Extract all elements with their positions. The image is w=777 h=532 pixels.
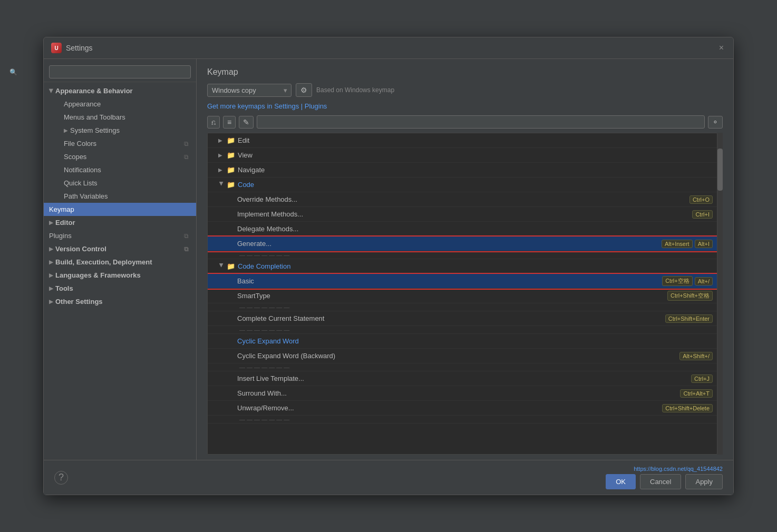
- tree-row-code[interactable]: ▶ 📁 Code: [208, 178, 717, 192]
- tree-row[interactable]: Surround With... Ctrl+Alt+T: [208, 386, 717, 401]
- sidebar-item-appearance-behavior[interactable]: ▶ Appearance & Behavior: [44, 84, 196, 97]
- arrow-icon: ▶: [64, 127, 68, 133]
- shortcut-badge: Alt+Shift+/: [679, 352, 713, 360]
- sidebar-item-path-variables[interactable]: Path Variables: [59, 190, 196, 203]
- separator: — — — — — — —: [208, 416, 717, 423]
- folder-icon: 📁: [227, 262, 235, 270]
- separator: — — — — — — —: [208, 326, 717, 334]
- keymap-toolbar: Windows copy ⚙ Based on Windows keymap: [207, 83, 723, 97]
- sidebar-item-system-settings[interactable]: ▶ System Settings: [59, 124, 196, 137]
- tree-label: Edit: [238, 136, 713, 144]
- tree-row[interactable]: Implement Methods... Ctrl+I: [208, 207, 717, 222]
- arrow-icon: ▶: [49, 246, 53, 252]
- sidebar-item-menus-toolbars[interactable]: Menus and Toolbars: [59, 111, 196, 124]
- tree-row-code-completion[interactable]: ▶ 📁 Code Completion: [208, 259, 717, 274]
- gear-button[interactable]: ⚙: [296, 83, 312, 97]
- arrow-icon: ▶: [219, 182, 225, 188]
- tree-row[interactable]: ▶ 📁 View: [208, 148, 717, 163]
- separator: — — — — — — —: [208, 363, 717, 371]
- tree-row[interactable]: Insert Live Template... Ctrl+J: [208, 371, 717, 386]
- shortcut-badge: Ctrl+O: [689, 195, 713, 204]
- footer-right: https://blog.csdn.net/qq_41544842 OK Can…: [606, 466, 723, 489]
- titlebar: U Settings ×: [44, 37, 733, 59]
- keymap-based-label: Based on Windows keymap: [316, 86, 394, 94]
- tree-label: Cyclic Expand Word (Backward): [237, 352, 677, 360]
- tree-row[interactable]: ▶ 📁 Edit: [208, 133, 717, 148]
- close-button[interactable]: ×: [717, 43, 726, 53]
- folder-icon: 📁: [227, 181, 235, 189]
- tree-label: View: [238, 151, 713, 159]
- tree-row[interactable]: Complete Current Statement Ctrl+Shift+En…: [208, 311, 717, 326]
- sidebar-item-appearance[interactable]: Appearance: [59, 97, 196, 111]
- filter-button[interactable]: ≡: [223, 116, 236, 129]
- sidebar-item-languages[interactable]: ▶ Languages & Frameworks: [44, 269, 196, 282]
- keymap-plugins-link[interactable]: Get more keymaps in Settings | Plugins: [207, 102, 723, 110]
- tree-label: Navigate: [238, 166, 713, 174]
- arrow-icon: ▶: [49, 272, 53, 278]
- sidebar-item-plugins[interactable]: Plugins ⧉: [44, 229, 196, 242]
- sidebar-search-input[interactable]: [49, 65, 191, 78]
- tree-label: Basic: [237, 277, 660, 285]
- shortcut-badge: Alt+I: [695, 240, 713, 248]
- arrow-icon: ▶: [219, 263, 225, 270]
- tree-label: Delegate Methods...: [237, 225, 713, 233]
- shortcut-badge: Alt+/: [695, 277, 713, 285]
- keymap-search-input[interactable]: [257, 115, 705, 129]
- tree-row[interactable]: Override Methods... Ctrl+O: [208, 192, 717, 207]
- sidebar-item-editor[interactable]: ▶ Editor: [44, 216, 196, 229]
- keymap-search-wrap: [257, 115, 705, 129]
- restore-defaults-button[interactable]: ⎌: [207, 116, 220, 129]
- arrow-icon: ▶: [218, 137, 225, 143]
- sidebar-item-quick-lists[interactable]: Quick Lists: [59, 176, 196, 190]
- sidebar-item-other-settings[interactable]: ▶ Other Settings: [44, 295, 196, 308]
- ok-button[interactable]: OK: [606, 474, 636, 489]
- sidebar-item-tools[interactable]: ▶ Tools: [44, 282, 196, 295]
- tree-row[interactable]: ▶ 📁 Navigate: [208, 163, 717, 178]
- apply-button[interactable]: Apply: [685, 474, 723, 489]
- sidebar-item-scopes[interactable]: Scopes ⧉: [59, 150, 196, 163]
- sidebar-item-notifications[interactable]: Notifications: [59, 163, 196, 176]
- arrow-icon: ▶: [49, 285, 53, 291]
- help-button[interactable]: ?: [54, 471, 68, 485]
- dialog-footer: ? https://blog.csdn.net/qq_41544842 OK C…: [44, 460, 733, 495]
- tree-row-generate[interactable]: Generate... Alt+Insert Alt+I: [208, 237, 717, 251]
- tree-label: Complete Current Statement: [237, 314, 663, 322]
- tree-row[interactable]: Delegate Methods...: [208, 222, 717, 237]
- sidebar-item-build[interactable]: ▶ Build, Execution, Deployment: [44, 255, 196, 269]
- sidebar-item-file-colors[interactable]: File Colors ⧉: [59, 137, 196, 150]
- copy-icon-plugins: ⧉: [184, 232, 189, 240]
- shortcut-badge: Ctrl+Alt+T: [680, 389, 713, 398]
- copy-icon-file-colors: ⧉: [184, 140, 189, 147]
- tree-row-basic[interactable]: Basic Ctrl+空格 Alt+/: [208, 274, 717, 289]
- shortcut-badge: Ctrl+J: [691, 375, 713, 383]
- tree-row-cyclic-expand[interactable]: Cyclic Expand Word: [208, 334, 717, 349]
- arrow-icon: ▶: [48, 89, 54, 93]
- action-toolbar: ⎌ ≡ ✎ ⚬: [207, 115, 723, 129]
- scrollbar-track[interactable]: [717, 133, 723, 455]
- tree-label: Insert Live Template...: [237, 375, 689, 382]
- tree-row[interactable]: Cyclic Expand Word (Backward) Alt+Shift+…: [208, 349, 717, 363]
- person-button[interactable]: ⚬: [708, 116, 723, 129]
- tree-label: Cyclic Expand Word: [237, 337, 713, 345]
- edit-button[interactable]: ✎: [239, 116, 254, 129]
- keymap-tree: ▶ 📁 Edit ▶ 📁 View ▶ 📁 Navigate: [207, 133, 717, 455]
- copy-icon-vc: ⧉: [184, 245, 189, 253]
- keymap-select-wrapper: Windows copy: [207, 84, 292, 97]
- sidebar-item-version-control[interactable]: ▶ Version Control ⧉: [44, 242, 196, 255]
- cancel-button[interactable]: Cancel: [640, 474, 681, 489]
- section-title: Keymap: [207, 67, 723, 77]
- scrollbar-thumb[interactable]: [717, 149, 723, 191]
- tree-container: ▶ 📁 Edit ▶ 📁 View ▶ 📁 Navigate: [207, 133, 723, 455]
- copy-icon-scopes: ⧉: [184, 153, 189, 161]
- tree-label: Code Completion: [238, 262, 713, 270]
- tree-row[interactable]: Unwrap/Remove... Ctrl+Shift+Delete: [208, 401, 717, 416]
- sidebar-item-keymap[interactable]: Keymap: [44, 203, 196, 216]
- arrow-icon: ▶: [49, 220, 53, 225]
- tree-label: Surround With...: [237, 389, 678, 397]
- arrow-icon: ▶: [218, 167, 225, 173]
- tree-row[interactable]: SmartType Ctrl+Shift+空格: [208, 289, 717, 303]
- dialog-body: 🔍 ▶ Appearance & Behavior Appearance Men…: [44, 59, 733, 460]
- shortcut-badge: Alt+Insert: [662, 240, 693, 248]
- keymap-dropdown[interactable]: Windows copy: [207, 84, 292, 97]
- shortcut-badge: Ctrl+I: [692, 210, 713, 219]
